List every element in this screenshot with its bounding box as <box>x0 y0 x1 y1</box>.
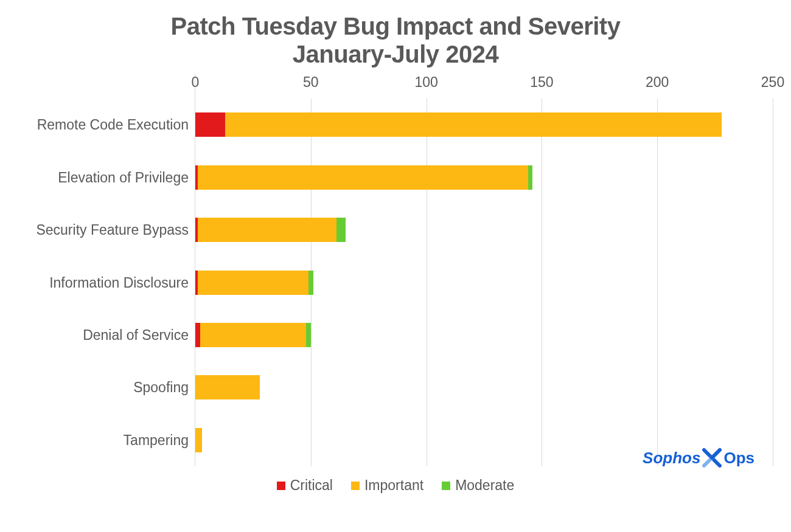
y-tick-label: Information Disclosure <box>49 274 189 291</box>
bar-segment-important <box>195 375 260 399</box>
x-tick-label: 250 <box>761 74 784 91</box>
brand-x-icon <box>702 447 722 468</box>
legend-label: Important <box>364 477 423 494</box>
grid-zone: 0 50 100 150 200 250 <box>195 74 773 466</box>
brand-text-right: Ops <box>723 449 754 468</box>
chart-container: Patch Tuesday Bug Impact and Severity Ja… <box>0 0 791 532</box>
legend-label: Moderate <box>455 477 514 494</box>
x-tick-label: 100 <box>414 74 437 91</box>
bar-row <box>195 218 773 242</box>
legend-swatch-important <box>351 482 360 490</box>
bars-region <box>195 98 773 466</box>
x-tick-label: 150 <box>530 74 553 91</box>
chart-title: Patch Tuesday Bug Impact and Severity Ja… <box>18 12 773 68</box>
bar-row <box>195 271 773 295</box>
brand-logo: Sophos Ops <box>643 447 754 468</box>
y-tick-label: Denial of Service <box>83 326 189 343</box>
bar-row <box>195 112 773 137</box>
x-tick-label: 50 <box>303 74 319 91</box>
bar-segment-moderate <box>528 165 533 190</box>
legend-swatch-moderate <box>442 482 450 490</box>
bar-segment-moderate <box>308 271 313 295</box>
plot-area: Remote Code Execution Elevation of Privi… <box>18 74 773 466</box>
x-axis: 0 50 100 150 200 250 <box>195 74 773 98</box>
bar-segment-important <box>200 323 307 347</box>
y-tick-label: Elevation of Privilege <box>58 169 189 185</box>
x-tick-label: 200 <box>646 74 669 91</box>
y-tick-label: Spoofing <box>133 379 189 396</box>
bar-segment-critical <box>195 323 200 347</box>
legend-item-important: Important <box>351 477 423 494</box>
bar-segment-important <box>195 428 202 452</box>
bar-segment-important <box>225 112 722 137</box>
legend: Critical Important Moderate <box>18 477 773 494</box>
legend-swatch-critical <box>277 482 285 490</box>
y-tick-label: Security Feature Bypass <box>36 222 189 238</box>
bar-row <box>195 165 773 190</box>
legend-item-critical: Critical <box>277 477 333 494</box>
x-tick-label: 0 <box>192 74 200 91</box>
y-tick-label: Remote Code Execution <box>37 117 189 133</box>
title-line-2: January-July 2024 <box>293 41 498 67</box>
bar-row <box>195 323 773 347</box>
bar-segment-important <box>198 271 308 295</box>
bar-segment-important <box>198 218 336 242</box>
y-axis: Remote Code Execution Elevation of Privi… <box>18 74 195 466</box>
bar-segment-important <box>198 165 528 190</box>
y-tick-label: Tampering <box>124 432 189 448</box>
bar-segment-moderate <box>306 323 311 347</box>
bar-segment-moderate <box>336 218 346 242</box>
bar-segment-critical <box>195 112 225 137</box>
gridline <box>773 98 773 466</box>
bar-row <box>195 375 773 399</box>
svg-line-2 <box>712 450 720 458</box>
legend-label: Critical <box>290 477 333 494</box>
legend-item-moderate: Moderate <box>442 477 514 494</box>
title-line-1: Patch Tuesday Bug Impact and Severity <box>171 13 621 40</box>
brand-text-left: Sophos <box>643 449 700 468</box>
